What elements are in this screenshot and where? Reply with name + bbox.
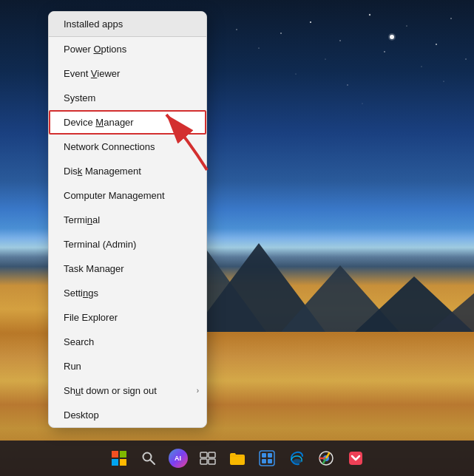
svg-rect-30: [200, 452, 207, 458]
context-menu: Installed apps Power Options Event Viewe…: [48, 11, 207, 428]
svg-point-6: [325, 59, 326, 60]
menu-item-event-viewer[interactable]: Event Viewer: [49, 61, 206, 86]
svg-line-29: [150, 460, 155, 464]
windows-logo-icon: [112, 451, 126, 466]
svg-point-11: [388, 33, 396, 41]
taskbar-icon-windows-start[interactable]: [106, 445, 132, 472]
svg-rect-42: [349, 452, 362, 465]
svg-point-1: [339, 40, 340, 41]
taskbar-icon-copilot[interactable]: AI: [165, 445, 192, 472]
menu-item-computer-management[interactable]: Computer Management: [49, 183, 206, 208]
svg-point-3: [280, 33, 282, 34]
taskbar-icon-task-view[interactable]: [194, 445, 221, 472]
taskbar-icon-chrome[interactable]: [313, 445, 339, 472]
svg-rect-38: [268, 459, 272, 463]
svg-point-14: [258, 47, 259, 48]
store-icon: [259, 450, 275, 466]
svg-rect-34: [260, 451, 274, 466]
svg-point-13: [347, 84, 348, 85]
taskbar-icon-pocket[interactable]: [342, 445, 369, 472]
menu-item-desktop[interactable]: Desktop: [49, 403, 206, 427]
edge-icon: [288, 450, 305, 466]
menu-item-run[interactable]: Run: [49, 354, 206, 378]
menu-item-file-explorer[interactable]: File Explorer: [49, 305, 206, 330]
svg-point-16: [362, 103, 363, 104]
menu-item-shut-down[interactable]: Shut down or sign out ›: [49, 378, 206, 403]
svg-rect-32: [200, 459, 207, 464]
svg-point-7: [384, 51, 385, 52]
menu-item-terminal[interactable]: Terminal: [49, 208, 206, 232]
menu-item-terminal-admin[interactable]: Terminal (Admin): [49, 232, 206, 256]
taskbar-icon-microsoft-store[interactable]: [254, 445, 280, 472]
svg-rect-37: [262, 459, 266, 463]
svg-point-15: [236, 29, 237, 30]
svg-rect-35: [262, 453, 266, 458]
taskbar-icon-edge[interactable]: [283, 445, 310, 472]
svg-point-18: [465, 58, 466, 59]
menu-item-task-manager[interactable]: Task Manager: [49, 256, 206, 281]
menu-item-power-options[interactable]: Power Options: [49, 37, 206, 61]
task-view-icon: [200, 452, 216, 465]
menu-item-settings[interactable]: Settings: [49, 281, 206, 305]
svg-rect-36: [268, 453, 272, 458]
copilot-icon: AI: [169, 449, 188, 468]
file-explorer-icon: [229, 451, 246, 466]
svg-point-17: [443, 81, 444, 81]
taskbar-icon-search[interactable]: [135, 445, 162, 472]
pocket-icon: [348, 450, 364, 466]
search-icon: [141, 451, 156, 466]
svg-rect-31: [209, 452, 215, 458]
svg-point-12: [296, 74, 297, 75]
svg-point-2: [369, 14, 370, 16]
svg-point-9: [421, 67, 422, 67]
chrome-icon: [318, 450, 334, 466]
annotation-arrow: [144, 96, 218, 177]
submenu-arrow-icon: ›: [197, 387, 199, 395]
menu-item-installed-apps[interactable]: Installed apps: [49, 12, 206, 37]
svg-rect-33: [209, 459, 215, 464]
svg-point-39: [293, 459, 302, 463]
svg-point-5: [436, 44, 437, 45]
taskbar-icon-file-explorer[interactable]: [224, 445, 251, 472]
svg-point-4: [406, 25, 407, 26]
taskbar: AI: [0, 441, 474, 476]
menu-item-search[interactable]: Search: [49, 330, 206, 354]
svg-point-0: [310, 21, 311, 23]
svg-point-8: [450, 18, 451, 18]
